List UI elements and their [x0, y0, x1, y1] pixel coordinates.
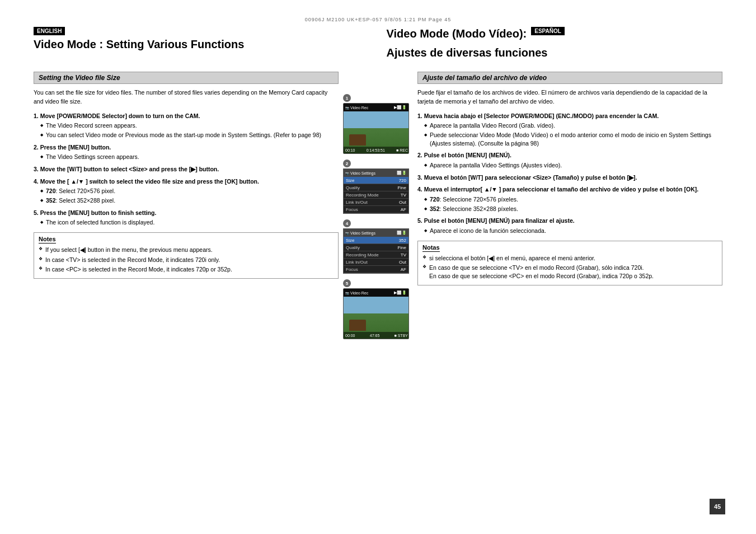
right-step-5-subs: Aparece el icono de la función seleccion…	[417, 227, 722, 235]
main-layout: Setting the Video file Size You can set …	[34, 72, 722, 339]
right-step-3-num: 3.	[417, 174, 424, 181]
left-main-title: Video Mode : Setting Various Functions	[34, 38, 370, 51]
step-2: 2. Press the [MENU] button. The Video Se…	[34, 143, 339, 161]
right-notes-list: si selecciona el botón [◀] en el menú, a…	[422, 254, 717, 280]
right-step-1-sub-2: Puede seleccionar Video Mode (Modo Vídeo…	[424, 131, 722, 147]
settings-row-quality-4: Quality Fine	[344, 244, 408, 251]
screenshot-4-wrapper: 4 📷 Video Settings ⬜🔋 Size 352 Quality F…	[343, 219, 413, 274]
esp-badge: ESPAÑOL	[531, 27, 565, 35]
right-note-2: En caso de que se seleccione <TV> en el …	[422, 264, 717, 280]
esp-header-row: Video Mode (Modo Vídeo): ESPAÑOL Ajustes…	[387, 27, 565, 65]
right-step-5-sub-1: Aparece el icono de la función seleccion…	[424, 227, 722, 235]
settings-row-quality: Quality Fine	[344, 184, 408, 191]
settings-row-size-720: Size 720	[344, 177, 408, 184]
right-column: Ajuste del tamaño del archivo de vídeo P…	[417, 72, 722, 339]
screenshot-2-wrapper: 2 📷 Video Settings ⬜🔋 Size 720 Quality F…	[343, 160, 413, 214]
step-5: 5. Press the [MENU] button to finish set…	[34, 209, 339, 227]
step-2-sub-1: The Video Settings screen appears.	[40, 153, 339, 161]
right-step-4-num: 4.	[417, 186, 424, 193]
right-intro: Puede fijar el tamaño de los archivos de…	[417, 88, 722, 106]
right-step-1-text: Mueva hacia abajo el [Selector POWER/MOD…	[424, 113, 659, 119]
screenshot-5-topbar: 📷 Video Rec ▶⬜🔋	[344, 289, 408, 297]
step-5-subs: The icon of selected function is display…	[34, 218, 339, 227]
screenshot-5-num: 5	[343, 279, 351, 287]
step-4-text: Move the [ ▲/▼ ] switch to select the vi…	[40, 178, 259, 185]
screenshot-4-screen: 📷 Video Settings ⬜🔋 Size 352 Quality Fin…	[343, 228, 409, 274]
left-note-1: If you select [◀] button in the menu, th…	[39, 246, 334, 254]
step-3-num: 3.	[34, 166, 40, 172]
right-step-3-text: Mueva el botón [W/T] para seleccionar <S…	[424, 174, 637, 181]
left-note-3: In case <PC> is selected in the Record M…	[39, 265, 334, 274]
left-note-2: In case <TV> is selected in the Record M…	[39, 256, 334, 264]
right-step-5: 5. Pulse el botón [MENU] (MENÚ) para fin…	[417, 217, 722, 235]
left-section-header: Setting the Video file Size	[34, 72, 339, 84]
left-intro: You can set the file size for video file…	[34, 88, 339, 106]
right-step-2: 2. Pulse el botón [MENU] (MENÚ). Aparece…	[417, 151, 722, 169]
settings-row-recmode: Recording Mode TV	[344, 191, 408, 199]
step-4: 4. Move the [ ▲/▼ ] switch to select the…	[34, 177, 339, 205]
step-1-sub-1: The Video Record screen appears.	[40, 121, 339, 130]
step-4-sub-2: 352: Select 352×288 pixel.	[40, 196, 339, 205]
step-5-text: Press the [MENU] button to finish settin…	[40, 209, 157, 216]
step-4-sub-1: 720: Select 720×576 pixel.	[40, 187, 339, 195]
step-2-num: 2.	[34, 144, 40, 151]
step-1-num: 1.	[34, 113, 40, 119]
right-step-5-num: 5.	[417, 217, 424, 224]
right-step-2-subs: Aparece la pantalla Video Settings (Ajus…	[417, 161, 722, 170]
step-4-subs: 720: Select 720×576 pixel. 352: Select 3…	[34, 187, 339, 204]
screenshot-1-topbar: 📷 Video Rec ▶⬜🔋	[344, 104, 408, 111]
step-1-sub-2: You can select Video mode or Previous mo…	[40, 131, 339, 139]
settings-row-size-352: Size 352	[344, 237, 408, 244]
right-section-header: Ajuste del tamaño del archivo de vídeo	[417, 72, 722, 84]
step-2-subs: The Video Settings screen appears.	[34, 153, 339, 161]
screenshot-1-wrapper: 1 📷 Video Rec ▶⬜🔋 00:100:14:53:51■ REC	[343, 94, 413, 154]
screenshot-1-bottombar: 00:100:14:53:51■ REC	[344, 147, 409, 153]
right-main-title1: Video Mode (Modo Vídeo):	[387, 27, 527, 40]
step-3: 3. Move the [W/T] button to select <Size…	[34, 165, 339, 174]
screenshot-1-num: 1	[343, 94, 351, 102]
step-1: 1. Move [POWER/MODE Selector] down to tu…	[34, 112, 339, 139]
right-step-2-num: 2.	[417, 152, 424, 158]
right-step-2-text: Pulse el botón [MENU] (MENÚ).	[424, 152, 511, 158]
right-step-5-text: Pulse el botón [MENU] (MENÚ) para finali…	[424, 217, 575, 224]
page-number-badge: 45	[710, 499, 725, 514]
right-step-2-sub-1: Aparece la pantalla Video Settings (Ajus…	[424, 161, 722, 170]
right-main-title2: Ajustes de diversas funciones	[387, 46, 565, 59]
right-step-1-subs: Aparece la pantalla Video Record (Grab. …	[417, 121, 722, 147]
screenshot-2-num: 2	[343, 160, 351, 167]
settings-row-recmode-4: Recording Mode TV	[344, 251, 408, 259]
left-column: Setting the Video file Size You can set …	[34, 72, 339, 339]
right-notes-title: Notas	[422, 244, 440, 252]
left-notes-box: Notes If you select [◀] button in the me…	[34, 232, 339, 279]
step-2-text: Press the [MENU] button.	[40, 144, 111, 151]
step-1-subs: The Video Record screen appears. You can…	[34, 121, 339, 139]
screenshot-1-screen: 📷 Video Rec ▶⬜🔋 00:100:14:53:51■ REC	[343, 103, 409, 154]
settings-row-linkinout: Link In/Out Out	[344, 199, 408, 206]
screenshot-2-topbar: 📷 Video Settings ⬜🔋	[344, 169, 408, 177]
right-notes-box: Notas si selecciona el botón [◀] en el m…	[417, 241, 722, 285]
screenshots-column: 1 📷 Video Rec ▶⬜🔋 00:100:14:53:51■ REC	[343, 72, 413, 339]
right-step-3: 3. Mueva el botón [W/T] para seleccionar…	[417, 174, 722, 182]
right-step-1: 1. Mueva hacia abajo el [Selector POWER/…	[417, 112, 722, 148]
settings-row-focus: Focus AF	[344, 206, 408, 213]
header-left: ENGLISH Video Mode : Setting Various Fun…	[34, 27, 370, 65]
crop-info: 00906J M2100 UK+ESP-057 9/8/05 1:21 PM P…	[34, 17, 722, 22]
settings-row-linkinout-4: Link In/Out Out	[344, 259, 408, 266]
header-right: Video Mode (Modo Vídeo): ESPAÑOL Ajustes…	[387, 27, 723, 65]
step-4-num: 4.	[34, 178, 40, 185]
header-pair: ENGLISH Video Mode : Setting Various Fun…	[34, 27, 722, 65]
step-5-sub-1: The icon of selected function is display…	[40, 218, 339, 227]
right-step-4-subs: 720: Seleccione 720×576 píxeles. 352: Se…	[417, 195, 722, 213]
left-steps: 1. Move [POWER/MODE Selector] down to tu…	[34, 112, 339, 227]
screenshot-5-screen: 📷 Video Rec ▶⬜🔋 00:0047:65■ STBY	[343, 288, 409, 339]
right-step-1-sub-1: Aparece la pantalla Video Record (Grab. …	[424, 121, 722, 130]
screenshot-4-topbar: 📷 Video Settings ⬜🔋	[344, 229, 408, 237]
step-3-text: Move the [W/T] button to select <Size> a…	[40, 166, 219, 172]
right-step-4-sub-2: 352: Seleccione 352×288 píxeles.	[424, 205, 722, 213]
right-step-4-sub-1: 720: Seleccione 720×576 píxeles.	[424, 195, 722, 204]
screenshot-1-image: 00:100:14:53:51■ REC	[344, 111, 409, 153]
right-step-1-num: 1.	[417, 113, 424, 119]
screenshot-5-image: 00:0047:65■ STBY	[344, 297, 409, 339]
english-badge: ENGLISH	[34, 27, 65, 35]
screenshot-4-num: 4	[343, 219, 351, 227]
